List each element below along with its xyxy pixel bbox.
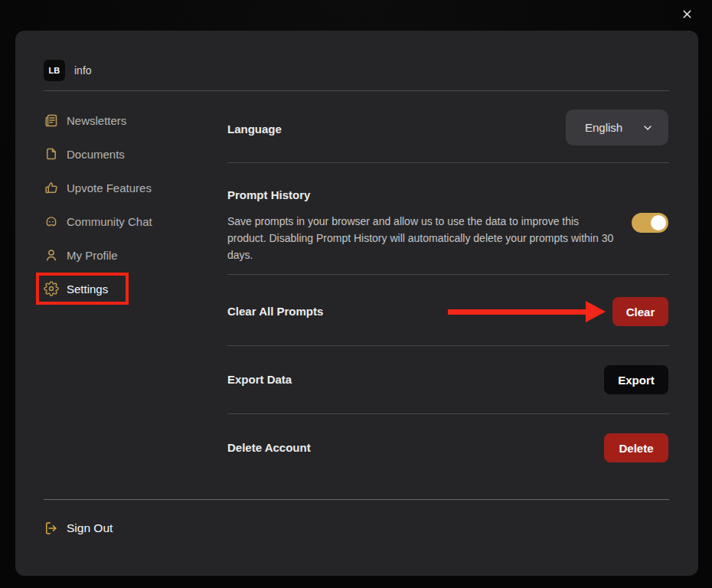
sidebar: Newsletters Documents Upvote Features bbox=[44, 103, 204, 305]
app-logo: LB bbox=[44, 60, 65, 81]
sidebar-item-label: My Profile bbox=[67, 249, 118, 262]
close-icon bbox=[681, 8, 694, 21]
annotation-arrow-shaft bbox=[448, 309, 587, 315]
row-divider bbox=[227, 162, 669, 163]
sidebar-item-label: Upvote Features bbox=[67, 181, 152, 194]
sign-out-label: Sign Out bbox=[67, 521, 113, 535]
app-title: info bbox=[74, 64, 92, 77]
annotation-arrow-head bbox=[586, 301, 606, 322]
export-data-label: Export Data bbox=[227, 373, 292, 386]
footer-divider bbox=[44, 499, 669, 500]
sidebar-item-newsletters[interactable]: Newsletters bbox=[44, 103, 204, 137]
prompt-history-toggle[interactable] bbox=[632, 213, 668, 233]
sidebar-item-label: Settings bbox=[67, 283, 108, 296]
sidebar-item-community-chat[interactable]: Community Chat bbox=[44, 204, 204, 238]
language-dropdown-value: English bbox=[585, 121, 622, 134]
prompt-history-description: Save prompts in your browser and allow u… bbox=[227, 213, 616, 263]
language-dropdown[interactable]: English bbox=[566, 109, 668, 145]
document-icon bbox=[44, 146, 59, 162]
sidebar-item-documents[interactable]: Documents bbox=[44, 137, 204, 171]
sidebar-item-upvote-features[interactable]: Upvote Features bbox=[44, 171, 204, 204]
export-button[interactable]: Export bbox=[604, 365, 668, 394]
gear-icon bbox=[44, 281, 59, 296]
prompt-history-label: Prompt History bbox=[227, 188, 310, 201]
chevron-down-icon bbox=[642, 122, 654, 134]
discord-icon bbox=[44, 214, 59, 229]
newspaper-icon bbox=[44, 113, 59, 128]
header-divider bbox=[44, 90, 669, 91]
sign-out-button[interactable]: Sign Out bbox=[44, 511, 113, 545]
delete-account-label: Delete Account bbox=[227, 441, 311, 454]
sign-out-icon bbox=[44, 521, 59, 536]
delete-button[interactable]: Delete bbox=[604, 433, 668, 462]
toggle-knob bbox=[651, 215, 666, 230]
settings-modal: LB info Newsletters Documents bbox=[15, 31, 698, 576]
sidebar-item-my-profile[interactable]: My Profile bbox=[44, 238, 204, 272]
language-label: Language bbox=[227, 122, 282, 136]
close-button[interactable] bbox=[678, 5, 696, 23]
user-icon bbox=[44, 247, 59, 263]
sidebar-item-label: Documents bbox=[67, 148, 125, 161]
sidebar-item-label: Community Chat bbox=[67, 215, 152, 228]
row-divider bbox=[227, 413, 669, 414]
thumbs-up-icon bbox=[44, 180, 59, 195]
row-divider bbox=[227, 274, 669, 275]
row-divider bbox=[227, 345, 669, 346]
sidebar-item-settings[interactable]: Settings bbox=[44, 272, 204, 305]
clear-button[interactable]: Clear bbox=[612, 297, 668, 326]
sidebar-item-label: Newsletters bbox=[67, 114, 126, 127]
clear-all-prompts-label: Clear All Prompts bbox=[227, 305, 323, 318]
